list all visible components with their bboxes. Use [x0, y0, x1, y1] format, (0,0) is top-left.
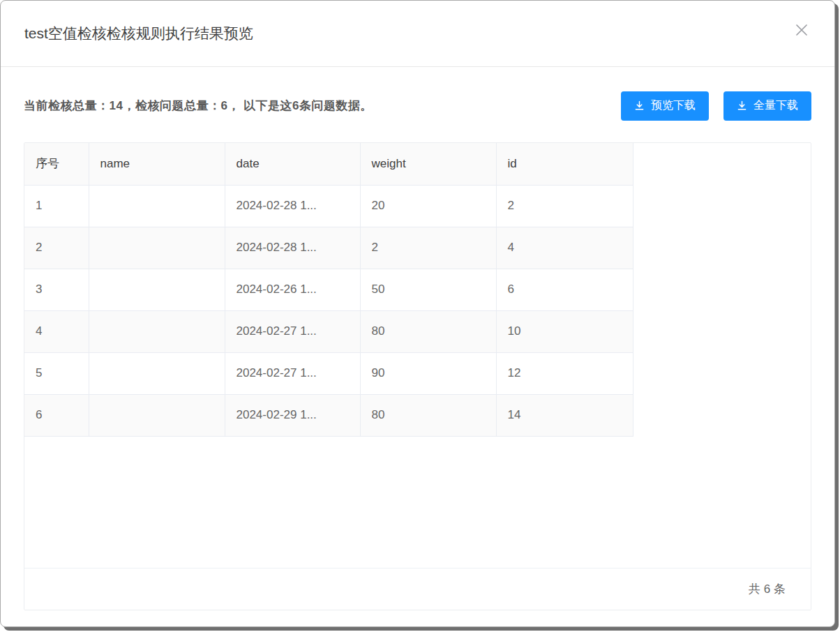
column-header: weight	[360, 143, 496, 185]
table-cell: 2024-02-28 1...	[225, 227, 360, 269]
full-download-button[interactable]: 全量下载	[723, 91, 811, 121]
summary-row: 当前检核总量：14，检核问题总量：6， 以下是这6条问题数据。 预览下载	[24, 91, 811, 121]
table-row: 62024-02-29 1...8014	[24, 394, 633, 436]
table-cell	[89, 269, 225, 310]
table-cell: 10	[496, 310, 633, 352]
table-header-row: 序号namedateweightid	[24, 143, 633, 185]
table-cell	[89, 310, 225, 352]
table-cell: 80	[360, 394, 496, 436]
result-table: 序号namedateweightid 12024-02-28 1...20222…	[24, 143, 633, 437]
table-cell: 20	[360, 185, 496, 227]
table-cell: 2024-02-28 1...	[225, 185, 360, 227]
table-cell: 12	[496, 352, 633, 394]
download-icon	[737, 100, 747, 111]
modal-header: test空值检核检核规则执行结果预览	[1, 1, 834, 67]
table-cell: 2	[24, 227, 89, 269]
download-icon	[634, 100, 645, 111]
table-cell: 5	[24, 352, 89, 394]
table-row: 52024-02-27 1...9012	[24, 352, 633, 394]
download-button-group: 预览下载 全量下载	[621, 91, 811, 121]
close-button[interactable]	[791, 20, 812, 41]
table-row: 42024-02-27 1...8010	[24, 310, 633, 352]
column-header: id	[496, 143, 633, 185]
full-download-label: 全量下载	[753, 98, 798, 113]
column-header: name	[89, 143, 225, 185]
table-cell	[89, 227, 225, 269]
table-row: 32024-02-26 1...506	[24, 269, 633, 310]
table-cell: 6	[24, 394, 89, 436]
table-cell: 2	[360, 227, 496, 269]
column-header: 序号	[24, 143, 89, 185]
modal-body: 当前检核总量：14，检核问题总量：6， 以下是这6条问题数据。 预览下载	[1, 91, 834, 610]
table-cell: 4	[496, 227, 633, 269]
summary-text: 当前检核总量：14，检核问题总量：6， 以下是这6条问题数据。	[24, 98, 373, 114]
table-cell: 14	[496, 394, 633, 436]
table-cell: 90	[360, 352, 496, 394]
table-cell: 80	[360, 310, 496, 352]
preview-download-button[interactable]: 预览下载	[621, 91, 709, 121]
table-cell: 2024-02-27 1...	[225, 352, 360, 394]
table-cell: 3	[24, 269, 89, 310]
table-cell	[89, 394, 225, 436]
column-header: date	[225, 143, 360, 185]
result-table-container: 序号namedateweightid 12024-02-28 1...20222…	[24, 142, 811, 610]
modal-title: test空值检核检核规则执行结果预览	[24, 24, 253, 43]
preview-download-label: 预览下载	[651, 98, 696, 113]
table-cell: 2	[496, 185, 633, 227]
table-cell: 1	[24, 185, 89, 227]
total-count-text: 共 6 条	[749, 581, 786, 597]
table-cell: 50	[360, 269, 496, 310]
result-preview-modal: test空值检核检核规则执行结果预览 当前检核总量：14，检核问题总量：6， 以…	[0, 0, 835, 627]
table-cell	[89, 185, 225, 227]
table-cell: 2024-02-27 1...	[225, 310, 360, 352]
table-body: 12024-02-28 1...20222024-02-28 1...24320…	[24, 185, 633, 436]
table-row: 12024-02-28 1...202	[24, 185, 633, 227]
table-cell: 2024-02-29 1...	[225, 394, 360, 436]
close-icon	[793, 22, 810, 40]
table-cell: 2024-02-26 1...	[225, 269, 360, 310]
table-cell: 4	[24, 310, 89, 352]
table-cell: 6	[496, 269, 633, 310]
table-footer: 共 6 条	[24, 568, 811, 610]
table-row: 22024-02-28 1...24	[24, 227, 633, 269]
table-cell	[89, 352, 225, 394]
